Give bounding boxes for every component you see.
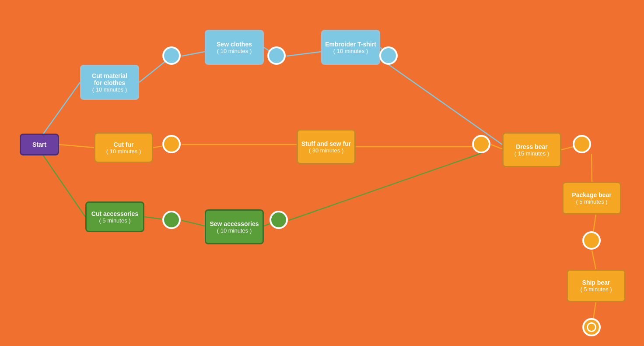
sew-accessories-time: ( 10 minutes ) [217,227,252,234]
cut-material-node: Cut materialfor clothes ( 10 minutes ) [80,65,139,100]
circle-c8 [573,135,591,153]
start-node: Start [20,134,59,155]
cut-accessories-time: ( 5 minutes ) [99,217,130,224]
stuff-sew-label: Stuff and sew fur [301,140,351,147]
sew-accessories-node: Sew accessories ( 10 minutes ) [205,209,264,244]
cut-fur-time: ( 10 minutes ) [106,148,141,155]
package-bear-time: ( 5 minutes ) [576,198,607,205]
circle-c7 [472,135,490,153]
diagram-container: Start Cut materialfor clothes ( 10 minut… [0,0,644,346]
package-bear-label: Package bear [572,191,611,198]
sew-clothes-node: Sew clothes ( 10 minutes ) [205,30,264,65]
circle-c5 [162,211,181,229]
cut-accessories-label: Cut accessories [91,210,138,217]
cut-material-label: Cut materialfor clothes [92,72,127,86]
cut-material-time: ( 10 minutes ) [92,86,127,93]
dress-bear-time: ( 15 minutes ) [514,150,549,157]
cut-fur-node: Cut fur ( 10 minutes ) [94,132,153,163]
ship-bear-label: Ship bear [582,279,610,286]
package-bear-node: Package bear ( 5 minutes ) [562,182,621,215]
sew-clothes-label: Sew clothes [217,41,252,48]
embroider-label: Embroider T-shirt [325,41,376,48]
sew-accessories-label: Sew accessories [210,220,259,227]
circle-c10 [582,318,601,336]
circle-c6 [270,211,288,229]
svg-line-15 [592,251,596,269]
circle-c2 [267,46,286,65]
cut-fur-label: Cut fur [114,141,134,148]
stuff-sew-node: Stuff and sew fur ( 30 minutes ) [297,129,356,164]
circle-c1 [162,46,181,65]
ship-bear-node: Ship bear ( 5 minutes ) [567,269,626,302]
circle-c3 [379,46,398,65]
svg-line-0 [39,82,80,139]
embroider-node: Embroider T-shirt ( 10 minutes ) [321,30,380,65]
start-label: Start [32,141,46,148]
embroider-time: ( 10 minutes ) [333,48,368,54]
sew-clothes-time: ( 10 minutes ) [217,48,252,54]
svg-line-7 [59,145,94,148]
svg-line-19 [182,220,205,226]
svg-line-17 [39,150,85,217]
svg-line-6 [389,65,502,145]
svg-line-2 [182,52,205,56]
dress-bear-node: Dress bear ( 15 minutes ) [502,132,561,167]
ship-bear-time: ( 5 minutes ) [580,286,612,293]
cut-accessories-node: Cut accessories ( 5 minutes ) [85,201,144,232]
dress-bear-label: Dress bear [516,143,547,150]
svg-line-4 [287,52,321,56]
svg-line-13 [592,154,592,182]
circle-c4 [162,135,181,153]
svg-line-11 [491,145,502,149]
circle-c9 [582,231,601,250]
stuff-sew-time: ( 30 minutes ) [309,147,343,154]
